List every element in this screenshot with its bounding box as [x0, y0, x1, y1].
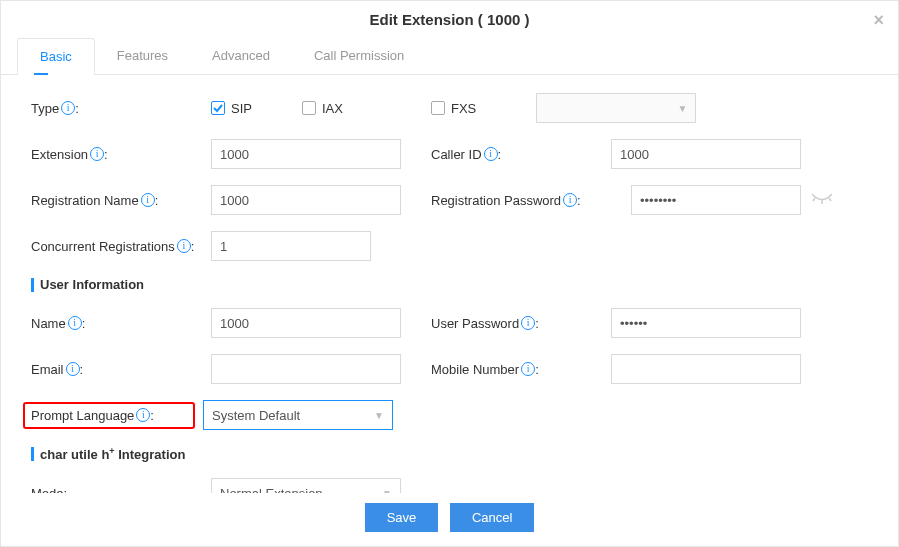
chevron-down-icon: ▼	[382, 488, 392, 493]
body-wrap: Type : SIP IAX	[1, 75, 898, 493]
label-mode: Mode:	[31, 486, 67, 493]
label-reg-name: Registration Name	[31, 193, 139, 208]
info-icon[interactable]	[68, 316, 82, 330]
save-button[interactable]: Save	[365, 503, 439, 532]
name-input[interactable]	[211, 308, 401, 338]
caller-id-input[interactable]	[611, 139, 801, 169]
fxs-port-select[interactable]: ▼	[536, 93, 696, 123]
row-concurrent: Concurrent Registrations :	[31, 231, 868, 261]
modal-title: Edit Extension ( 1000 )	[369, 11, 529, 28]
section-integration: char utile h+ Integration	[31, 446, 868, 462]
prompt-language-select[interactable]: System Default ▼	[203, 400, 393, 430]
extension-input[interactable]	[211, 139, 401, 169]
user-password-input[interactable]	[611, 308, 801, 338]
checkbox-sip[interactable]: SIP	[211, 101, 252, 116]
row-email: Email : Mobile Number :	[31, 354, 868, 384]
svg-line-0	[813, 198, 815, 201]
row-name: Name : User Password :	[31, 308, 868, 338]
chevron-down-icon: ▼	[677, 103, 687, 114]
close-icon[interactable]: ×	[873, 11, 884, 29]
label-prompt-language: Prompt Language	[31, 408, 134, 423]
tab-call-permission[interactable]: Call Permission	[292, 38, 426, 74]
label-extension: Extension	[31, 147, 88, 162]
checkbox-fxs[interactable]: FXS	[431, 101, 476, 116]
mode-select[interactable]: Normal Extension ▼	[211, 478, 401, 493]
label-user-password: User Password	[431, 316, 519, 331]
info-icon[interactable]	[141, 193, 155, 207]
label-email: Email	[31, 362, 64, 377]
info-icon[interactable]	[521, 316, 535, 330]
eye-icon[interactable]	[811, 193, 833, 208]
info-icon[interactable]	[90, 147, 104, 161]
label-type: Type	[31, 101, 59, 116]
label-name: Name	[31, 316, 66, 331]
reg-name-input[interactable]	[211, 185, 401, 215]
cancel-button[interactable]: Cancel	[450, 503, 534, 532]
section-bar-icon	[31, 447, 34, 461]
email-input[interactable]	[211, 354, 401, 384]
info-icon[interactable]	[563, 193, 577, 207]
row-registration: Registration Name : Registration Passwor…	[31, 185, 868, 215]
chevron-down-icon: ▼	[374, 410, 384, 421]
tab-bar: Basic Features Advanced Call Permission	[1, 38, 898, 75]
label-caller-id: Caller ID	[431, 147, 482, 162]
info-icon[interactable]	[521, 362, 535, 376]
info-icon[interactable]	[484, 147, 498, 161]
reg-password-input[interactable]	[631, 185, 801, 215]
info-icon[interactable]	[177, 239, 191, 253]
tab-basic[interactable]: Basic	[17, 38, 95, 75]
concurrent-input[interactable]	[211, 231, 371, 261]
modal-header: Edit Extension ( 1000 ) ×	[1, 1, 898, 38]
section-user-info: User Information	[31, 277, 868, 292]
tab-advanced[interactable]: Advanced	[190, 38, 292, 74]
scroll-area[interactable]: Type : SIP IAX	[1, 75, 898, 493]
tab-features[interactable]: Features	[95, 38, 190, 74]
checkbox-iax[interactable]: IAX	[302, 101, 343, 116]
info-icon[interactable]	[136, 408, 150, 422]
row-prompt-language: Prompt Language : System Default ▼	[31, 400, 868, 430]
section-bar-icon	[31, 278, 34, 292]
mobile-input[interactable]	[611, 354, 801, 384]
label-mobile: Mobile Number	[431, 362, 519, 377]
row-type: Type : SIP IAX	[31, 93, 868, 123]
row-extension: Extension : Caller ID :	[31, 139, 868, 169]
info-icon[interactable]	[66, 362, 80, 376]
label-concurrent: Concurrent Registrations	[31, 239, 175, 254]
row-mode: Mode: Normal Extension ▼	[31, 478, 868, 493]
edit-extension-modal: Edit Extension ( 1000 ) × Basic Features…	[0, 0, 899, 547]
label-reg-password: Registration Password	[431, 193, 561, 208]
svg-line-2	[829, 198, 831, 201]
info-icon[interactable]	[61, 101, 75, 115]
footer: Save Cancel	[1, 493, 898, 546]
